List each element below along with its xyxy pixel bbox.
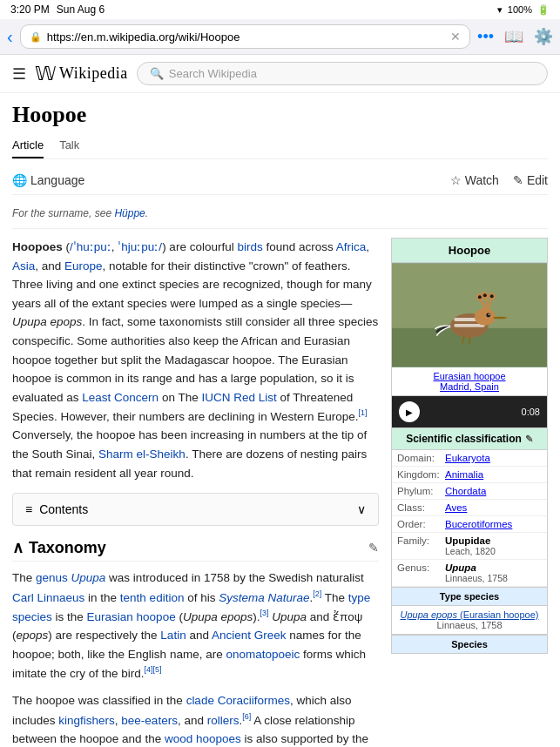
tab-talk[interactable]: Talk (59, 138, 79, 158)
notice-period: . (145, 207, 148, 219)
svg-point-6 (475, 308, 496, 326)
kingfishers-link[interactable]: kingfishers (58, 713, 115, 726)
status-day: Sun Aug 6 (57, 3, 105, 16)
back-button[interactable]: ‹ (7, 27, 13, 47)
kingdom-label: Kingdom: (397, 469, 445, 480)
wikipedia-wordmark: Wikipedia (59, 64, 128, 83)
class-value[interactable]: Aves (445, 502, 542, 513)
asia-link[interactable]: Asia (12, 259, 35, 273)
wiki-logo: 𝕎 Wikipedia (35, 63, 128, 85)
contents-chevron-icon[interactable]: ∨ (357, 502, 366, 516)
infobox-image (392, 263, 547, 367)
settings-icon[interactable]: ⚙️ (534, 27, 553, 46)
taxonomy-p2: The hoopoe was classified in the clade C… (12, 691, 379, 747)
ipa-link1[interactable]: /ˈhuːpuː (70, 240, 111, 253)
sci-class-edit-icon[interactable]: ✎ (525, 434, 533, 445)
taxonomy-p1: The genus Upupa was introduced in 1758 b… (12, 569, 379, 683)
clear-url-button[interactable]: ✕ (450, 30, 461, 44)
tab-article[interactable]: Article (12, 138, 44, 158)
class-label: Class: (397, 502, 445, 513)
latin-link[interactable]: Latin (160, 629, 186, 642)
article-tabs: Article Talk (12, 131, 548, 159)
bookmarks-icon[interactable]: 📖 (504, 27, 523, 46)
contents-box[interactable]: ≡ Contents ∨ (12, 493, 379, 526)
kingdom-value[interactable]: Animalia (445, 469, 542, 480)
search-bar[interactable]: 🔍 Search Wikipedia (137, 62, 548, 85)
type-species-value-link[interactable]: Upupa epops (Eurasian hoopoe) (400, 609, 538, 620)
article-text: Hoopoes (/ˈhuːpuː, ˈhjuːpuː/) are colour… (12, 238, 379, 747)
more-dots-icon[interactable]: ••• (477, 28, 494, 46)
phylum-value[interactable]: Chordata (445, 486, 542, 496)
infobox-caption: Eurasian hoopoe Madrid, Spain (392, 367, 547, 396)
clade-link[interactable]: clade (186, 694, 214, 707)
taxonomy-title: ∧ Taxonomy (12, 538, 106, 557)
status-time: 3:20 PM (10, 3, 50, 16)
type-species-content: Upupa epops (Eurasian hoopoe) Linnaeus, … (392, 606, 547, 635)
lock-icon: 🔒 (30, 31, 42, 43)
wifi-icon: ▾ (497, 4, 503, 16)
browser-bar: ‹ 🔒 https://en.m.wikipedia.org/wiki/Hoop… (0, 19, 560, 55)
ipa-link2[interactable]: ˈhjuːpuː/ (118, 240, 162, 253)
iucn-link[interactable]: IUCN Red List (201, 391, 276, 404)
battery-icon: 🔋 (537, 4, 550, 16)
play-button[interactable]: ▶ (399, 401, 420, 422)
notice-text: For the surname, see (12, 207, 114, 219)
birds-link[interactable]: birds (237, 240, 262, 253)
family-value: UpupidaeLeach, 1820 (445, 535, 542, 556)
svg-point-12 (478, 295, 482, 299)
language-button[interactable]: 🌐 Language (12, 173, 84, 187)
sci-class-label: Scientific classification (406, 433, 522, 445)
taxonomy-section-heading: ∧ Taxonomy ✎ (12, 538, 379, 562)
africa-link[interactable]: Africa (336, 240, 367, 253)
coraciiformes-link[interactable]: Coraciiformes (218, 694, 290, 707)
wikipedia-logo-icon: 𝕎 (35, 63, 56, 85)
svg-point-14 (490, 294, 494, 298)
domain-label: Domain: (397, 453, 445, 463)
right-actions: ☆ Watch ✎ Edit (450, 173, 548, 187)
order-value[interactable]: Bucerotiformes (445, 519, 542, 529)
svg-point-13 (483, 293, 487, 297)
linnaeus-link[interactable]: Carl Linnaeus (12, 590, 84, 603)
domain-value[interactable]: Eukaryota (445, 453, 542, 463)
watch-button[interactable]: ☆ Watch (450, 173, 499, 187)
language-label: Language (30, 173, 84, 187)
edit-label: Edit (527, 173, 548, 187)
status-bar: 3:20 PM Sun Aug 6 ▾ 100% 🔋 (0, 0, 560, 19)
genus-link[interactable]: genus Upupa (36, 571, 105, 584)
family-label: Family: (397, 535, 445, 556)
eurasian-hoopoe-caption-link[interactable]: Eurasian hoopoe Madrid, Spain (433, 371, 505, 392)
taxonomy-body: The genus Upupa was introduced in 1758 b… (12, 569, 379, 747)
infobox-row-order: Order: Bucerotiformes (392, 516, 547, 533)
infobox-row-domain: Domain: Eukaryota (392, 450, 547, 467)
infobox-video[interactable]: ▶ 0:08 (392, 396, 547, 428)
search-icon: 🔍 (150, 67, 164, 80)
greek-link[interactable]: Ancient Greek (212, 629, 287, 642)
battery-percent: 100% (508, 4, 532, 15)
notice-link[interactable]: Hüppe (114, 207, 145, 219)
least-concern-link[interactable]: Least Concern (82, 391, 159, 404)
genus-value: UpupaLinnaeus, 1758 (445, 562, 542, 583)
intro-paragraph: Hoopoes (/ˈhuːpuː, ˈhjuːpuː/) are colour… (12, 238, 379, 482)
wood-hoopoes-link[interactable]: wood hoopoes (165, 732, 241, 745)
infobox-row-genus: Genus: UpupaLinnaeus, 1758 (392, 560, 547, 587)
systema-link[interactable]: Systema Naturae (219, 590, 309, 603)
sharm-link[interactable]: Sharm el-Sheikh (98, 448, 186, 461)
rollers-link[interactable]: rollers (207, 713, 240, 726)
taxonomy-edit-icon[interactable]: ✎ (368, 541, 379, 555)
bee-eaters-link[interactable]: bee-eaters (121, 713, 178, 726)
actions-row: 🌐 Language ☆ Watch ✎ Edit (12, 166, 548, 195)
url-bar[interactable]: 🔒 https://en.m.wikipedia.org/wiki/Hoopoe… (20, 24, 470, 49)
watch-label: Watch (465, 173, 499, 187)
edit-button[interactable]: ✎ Edit (513, 173, 548, 187)
infobox-row-phylum: Phylum: Chordata (392, 483, 547, 500)
europe-link[interactable]: Europe (64, 259, 103, 273)
onomatopoeic-link[interactable]: onomatopoeic (226, 648, 300, 661)
eurasian-hoopoe-link[interactable]: Eurasian hoopoe (87, 609, 176, 622)
main-layout: Hoopoes (/ˈhuːpuː, ˈhjuːpuː/) are colour… (12, 238, 548, 747)
tenth-edition-link[interactable]: tenth edition (120, 590, 185, 603)
hamburger-menu[interactable]: ☰ (12, 64, 26, 84)
wiki-header: ☰ 𝕎 Wikipedia 🔍 Search Wikipedia (0, 55, 560, 93)
page-content: Hoopoe Article Talk 🌐 Language ☆ Watch ✎… (0, 93, 560, 747)
infobox: Hoopoe (391, 238, 548, 654)
collapse-icon[interactable]: ∧ (12, 538, 24, 557)
